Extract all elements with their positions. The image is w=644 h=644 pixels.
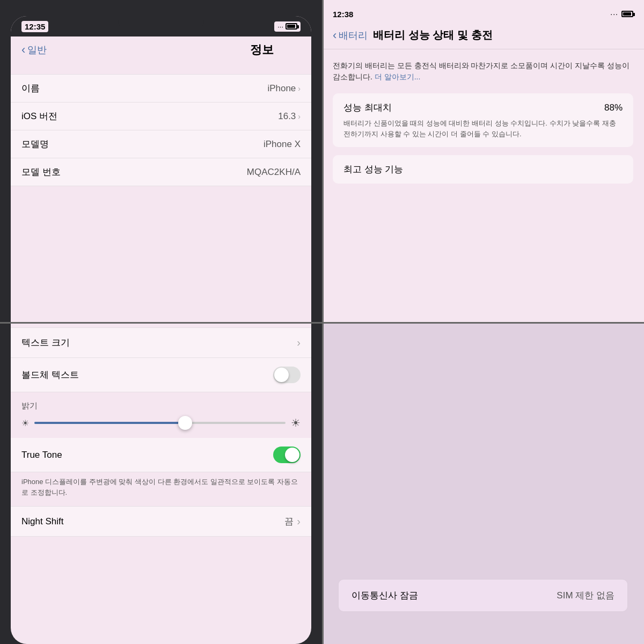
value-model-number-text: MQAC2KH/A xyxy=(247,167,301,178)
carrier-lock-value: SIM 제한 없음 xyxy=(557,589,614,602)
chevron-night-shift: › xyxy=(297,515,301,528)
battery-status-icons: ··· xyxy=(610,10,633,18)
chevron-name: › xyxy=(298,84,301,93)
value-name-text: iPhone xyxy=(267,83,296,94)
night-shift-value: 끔 xyxy=(284,515,294,528)
label-name: 이름 xyxy=(21,82,40,94)
quadrant-info: 12:35 ··· ‹ 일반 정보 이름 xyxy=(0,0,322,322)
dots-icon-1: ··· xyxy=(277,23,283,31)
page-title-info: 정보 xyxy=(250,42,274,58)
time-display-2: 12:38 xyxy=(333,10,353,19)
value-ios-text: 16.3 xyxy=(278,111,296,122)
true-tone-label: True Tone xyxy=(21,450,62,460)
true-tone-toggle[interactable] xyxy=(273,447,301,463)
display-screen: 텍스트 크기 › 볼드체 텍스트 밝기 xyxy=(11,322,311,644)
carrier-lock-label: 이동통신사 잠금 xyxy=(352,589,418,602)
chevron-ios: › xyxy=(298,112,301,121)
true-tone-toggle-container xyxy=(273,447,301,463)
label-model-number: 모델 번호 xyxy=(21,166,61,178)
battery-screen: 12:38 ··· ‹ 배터리 배터리 성능 상태 및 충전 xyxy=(322,0,644,322)
learn-more-link[interactable]: 더 알아보기... xyxy=(375,72,421,81)
peak-performance-row: 최고 성능 기능 xyxy=(333,155,633,184)
chevron-text-size: › xyxy=(297,336,301,349)
brightness-slider-row: ☀ ☀ xyxy=(21,416,301,429)
nav-bar-info: ‹ 일반 정보 xyxy=(11,36,311,63)
battery-fill-2 xyxy=(623,12,631,16)
max-capacity-header: 성능 최대치 88% xyxy=(343,101,623,114)
status-bar-info: 12:35 ··· xyxy=(11,16,311,36)
bold-text-toggle-container xyxy=(273,367,301,383)
text-size-row[interactable]: 텍스트 크기 › xyxy=(11,327,311,358)
battery-icon-2 xyxy=(621,11,633,17)
value-name: iPhone › xyxy=(267,83,301,94)
info-row-model-number: 모델 번호 MQAC2KH/A xyxy=(11,158,311,186)
brightness-label: 밝기 xyxy=(21,401,301,411)
text-size-value: › xyxy=(297,336,301,349)
time-display-1: 12:35 xyxy=(21,21,48,32)
label-ios: iOS 버전 xyxy=(21,110,57,122)
slider-thumb[interactable] xyxy=(178,416,192,430)
max-capacity-section: 성능 최대치 88% 배터리가 신품이었을 때의 성능에 대비한 배터리 성능 … xyxy=(333,93,633,147)
quadrant-display: 텍스트 크기 › 볼드체 텍스트 밝기 xyxy=(0,322,322,644)
info-row-name[interactable]: 이름 iPhone › xyxy=(11,74,311,103)
display-content: 텍스트 크기 › 볼드체 텍스트 밝기 xyxy=(11,322,311,542)
status-icons-1: ··· xyxy=(274,21,301,32)
text-size-label: 텍스트 크기 xyxy=(21,336,70,349)
battery-back-button[interactable]: ‹ 배터리 xyxy=(333,28,368,42)
battery-icon-1 xyxy=(286,23,297,30)
night-shift-label: Night Shift xyxy=(21,516,63,527)
quadrant-battery: 12:38 ··· ‹ 배터리 배터리 성능 상태 및 충전 xyxy=(322,0,644,322)
toggle-thumb-bold xyxy=(274,368,289,382)
bold-text-row: 볼드체 텍스트 xyxy=(11,358,311,392)
true-tone-row: True Tone xyxy=(11,438,311,472)
battery-nav: ‹ 배터리 배터리 성능 상태 및 충전 xyxy=(322,24,644,49)
quadrant-carrier: 이동통신사 잠금 SIM 제한 없음 xyxy=(322,322,644,644)
bold-text-toggle[interactable] xyxy=(273,367,301,383)
sun-icon-small: ☀ xyxy=(21,418,29,428)
label-model: 모델명 xyxy=(21,138,49,150)
chevron-left-icon-2: ‹ xyxy=(333,28,336,42)
info-row-ios[interactable]: iOS 버전 16.3 › xyxy=(11,103,311,130)
battery-page-title: 배터리 성능 상태 및 충전 xyxy=(373,28,492,42)
slider-fill xyxy=(34,422,185,424)
max-capacity-value: 88% xyxy=(604,103,623,113)
max-capacity-desc: 배터리가 신품이었을 때의 성능에 대비한 배터리 성능 수치입니다. 수치가 … xyxy=(343,118,623,139)
value-model-number: MQAC2KH/A xyxy=(247,167,301,178)
true-tone-description: iPhone 디스플레이를 주변광에 맞춰 색상이 다른 환경에서도 일관적으로… xyxy=(11,472,311,506)
notch xyxy=(118,16,204,31)
toggle-thumb-truetone xyxy=(285,448,299,462)
battery-fill-1 xyxy=(287,25,295,28)
carrier-lock-row: 이동통신사 잠금 SIM 제한 없음 xyxy=(338,579,628,612)
info-list: 이름 iPhone › iOS 버전 16.3 › 모델명 xyxy=(11,63,311,197)
peak-performance-title: 최고 성능 기능 xyxy=(343,164,403,174)
value-model: iPhone X xyxy=(264,139,301,150)
back-button-info[interactable]: ‹ 일반 xyxy=(21,43,47,57)
chevron-left-icon-1: ‹ xyxy=(21,43,25,57)
back-label-info: 일반 xyxy=(27,43,47,56)
dots-icon-2: ··· xyxy=(610,10,618,18)
bold-text-label: 볼드체 텍스트 xyxy=(21,369,79,381)
battery-back-label: 배터리 xyxy=(339,29,368,42)
value-model-text: iPhone X xyxy=(264,139,301,150)
brightness-slider[interactable] xyxy=(34,422,286,424)
battery-description: 전화기의 배터리는 모든 충전식 배터리와 마찬가지로 소모품이며 시간이 지날… xyxy=(333,60,633,83)
value-ios: 16.3 › xyxy=(278,111,301,122)
brightness-section: 밝기 ☀ ☀ xyxy=(11,392,311,438)
night-shift-value-container: 끔 › xyxy=(284,515,301,528)
max-capacity-title: 성능 최대치 xyxy=(343,101,392,114)
phone-screen-info: 12:35 ··· ‹ 일반 정보 이름 xyxy=(11,16,311,322)
night-shift-row[interactable]: Night Shift 끔 › xyxy=(11,506,311,537)
battery-content: 전화기의 배터리는 모든 충전식 배터리와 마찬가지로 소모품이며 시간이 지날… xyxy=(322,49,644,194)
sun-icon-large: ☀ xyxy=(291,416,301,429)
status-bar-battery: 12:38 ··· xyxy=(322,0,644,24)
info-row-model: 모델명 iPhone X xyxy=(11,130,311,158)
